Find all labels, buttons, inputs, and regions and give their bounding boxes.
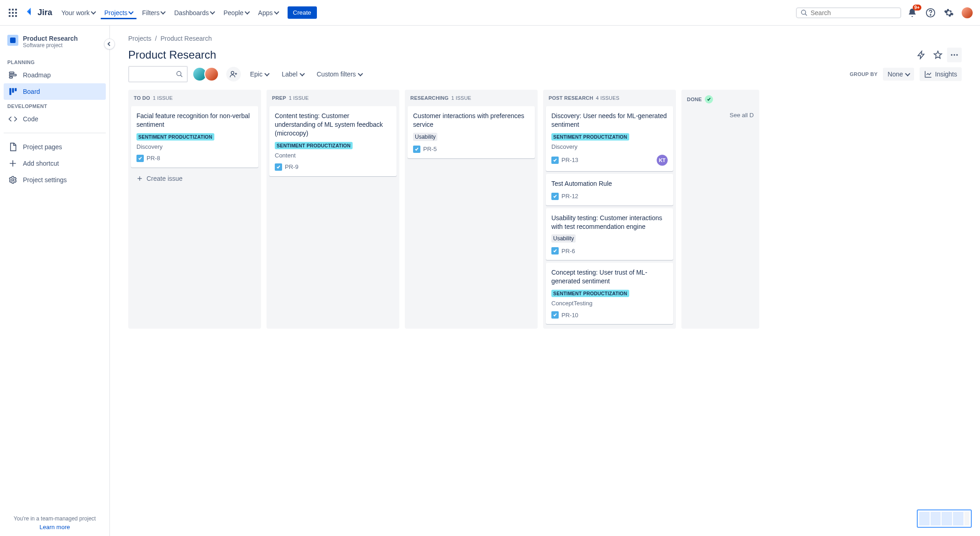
assignee-avatar[interactable]: KT <box>657 155 668 166</box>
search-input[interactable] <box>811 9 897 16</box>
search-icon <box>176 70 183 78</box>
member-avatar[interactable] <box>204 67 219 81</box>
sidebar-footer: You're in a team-managed project Learn m… <box>4 514 106 532</box>
svg-rect-1 <box>12 9 14 11</box>
column-header[interactable]: TO DO 1 ISSUE <box>128 90 261 103</box>
help-button[interactable] <box>923 5 938 20</box>
app-switcher-icon[interactable] <box>5 5 20 20</box>
label-tag: Usability <box>551 234 576 243</box>
chevron-down-icon <box>274 9 279 14</box>
board-column-done: DONE See all D <box>681 90 759 329</box>
planning-section-label: PLANNING <box>4 56 106 67</box>
sidebar-item-project-pages[interactable]: Project pages <box>4 139 106 155</box>
svg-rect-0 <box>9 9 11 11</box>
column-header[interactable]: POST RESEARCH 4 ISSUES <box>543 90 676 103</box>
issue-key: PR-10 <box>561 312 578 319</box>
insights-button[interactable]: Insights <box>920 67 962 81</box>
issue-key: PR-13 <box>561 157 578 163</box>
issue-key: PR-8 <box>147 155 160 162</box>
jira-logo[interactable]: Jira <box>26 8 52 18</box>
project-header: Product Research Software project <box>4 35 106 56</box>
issue-card[interactable]: Content testing: Customer understanding … <box>269 106 397 176</box>
issue-card[interactable]: Discovery: User needs for ML-generated s… <box>546 106 673 171</box>
card-title: Content testing: Customer understanding … <box>275 112 391 138</box>
chevron-down-icon <box>358 71 363 76</box>
board-column: TO DO 1 ISSUE Facial feature recognition… <box>128 90 261 329</box>
development-section-label: DEVELOPMENT <box>4 100 106 111</box>
sidebar: Product Research Software project PLANNI… <box>0 26 110 536</box>
nav-people[interactable]: People <box>220 6 253 19</box>
issue-card[interactable]: Test Automation Rule PR-12 <box>546 174 673 206</box>
epic-tag: SENTIMENT PRODUCTIZATION <box>551 290 629 297</box>
column-header[interactable]: RESEARCHING 1 ISSUE <box>405 90 538 103</box>
profile-button[interactable] <box>960 5 975 20</box>
learn-more-link[interactable]: Learn more <box>5 524 104 531</box>
column-header[interactable]: PREP 1 ISSUE <box>267 90 399 103</box>
chevron-down-icon <box>265 71 270 76</box>
issue-card[interactable]: Concept testing: User trust of ML-genera… <box>546 263 673 324</box>
card-sublabel: Discovery <box>551 143 668 150</box>
project-subtitle: Software project <box>23 42 78 49</box>
nav-filters[interactable]: Filters <box>138 6 169 19</box>
svg-rect-4 <box>12 12 14 14</box>
card-sublabel: Discovery <box>136 143 253 150</box>
nav-your-work[interactable]: Your work <box>58 6 99 19</box>
issue-card[interactable]: Customer interactions with preferences s… <box>408 106 535 158</box>
more-button[interactable] <box>947 48 962 62</box>
card-title: Discovery: User needs for ML-generated s… <box>551 112 668 129</box>
svg-rect-6 <box>9 15 11 17</box>
add-people-button[interactable] <box>226 67 241 81</box>
column-header[interactable]: DONE <box>681 90 759 106</box>
epic-filter[interactable]: Epic <box>246 68 272 81</box>
board-search[interactable] <box>128 66 188 82</box>
nav-projects[interactable]: Projects <box>101 6 137 19</box>
board-column: PREP 1 ISSUE Content testing: Customer u… <box>267 90 399 329</box>
svg-point-22 <box>956 54 958 55</box>
svg-rect-5 <box>15 12 17 14</box>
page-title: Product Research <box>128 49 914 61</box>
task-type-icon <box>413 146 420 153</box>
nav-apps[interactable]: Apps <box>255 6 282 19</box>
issue-card[interactable]: Usability testing: Customer interactions… <box>546 208 673 260</box>
project-icon <box>7 35 18 46</box>
issue-card[interactable]: Facial feature recognition for non-verba… <box>131 106 258 168</box>
sidebar-item-add-shortcut[interactable]: Add shortcut <box>4 155 106 172</box>
create-button[interactable]: Create <box>288 6 317 19</box>
notifications-button[interactable]: 9+ <box>905 5 920 20</box>
settings-button[interactable] <box>942 5 956 20</box>
group-by-label: GROUP BY <box>849 71 877 77</box>
star-button[interactable] <box>931 48 945 62</box>
divider <box>4 133 106 133</box>
create-issue-button[interactable]: Create issue <box>131 170 258 187</box>
sidebar-item-board[interactable]: Board <box>4 83 106 100</box>
epic-tag: SENTIMENT PRODUCTIZATION <box>551 133 629 141</box>
issue-key: PR-5 <box>423 146 437 152</box>
svg-rect-18 <box>15 88 16 92</box>
see-all-done-link[interactable]: See all D <box>681 106 759 124</box>
sidebar-item-project-settings[interactable]: Project settings <box>4 172 106 188</box>
chevron-down-icon <box>161 9 166 14</box>
automation-button[interactable] <box>914 48 929 62</box>
label-filter[interactable]: Label <box>278 68 307 81</box>
sidebar-item-roadmap[interactable]: Roadmap <box>4 67 106 83</box>
svg-rect-3 <box>9 12 11 14</box>
page-icon <box>8 142 17 152</box>
card-title: Facial feature recognition for non-verba… <box>136 112 253 129</box>
breadcrumb-project[interactable]: Product Research <box>160 35 212 42</box>
global-search[interactable] <box>796 7 901 18</box>
breadcrumb-projects[interactable]: Projects <box>128 35 152 42</box>
custom-filters[interactable]: Custom filters <box>313 68 366 81</box>
epic-tag: SENTIMENT PRODUCTIZATION <box>275 142 353 149</box>
chevron-left-icon <box>107 42 112 46</box>
group-by-select[interactable]: None <box>883 68 914 81</box>
task-type-icon <box>275 163 282 171</box>
card-sublabel: Content <box>275 152 391 159</box>
board-minimap[interactable] <box>917 509 972 528</box>
svg-rect-8 <box>15 15 17 17</box>
sidebar-item-code[interactable]: Code <box>4 111 106 127</box>
nav-dashboards[interactable]: Dashboards <box>170 6 218 19</box>
sidebar-collapse-button[interactable] <box>104 38 115 49</box>
issue-key: PR-9 <box>285 163 299 170</box>
chevron-down-icon <box>299 71 305 76</box>
kanban-board: TO DO 1 ISSUE Facial feature recognition… <box>128 90 962 336</box>
